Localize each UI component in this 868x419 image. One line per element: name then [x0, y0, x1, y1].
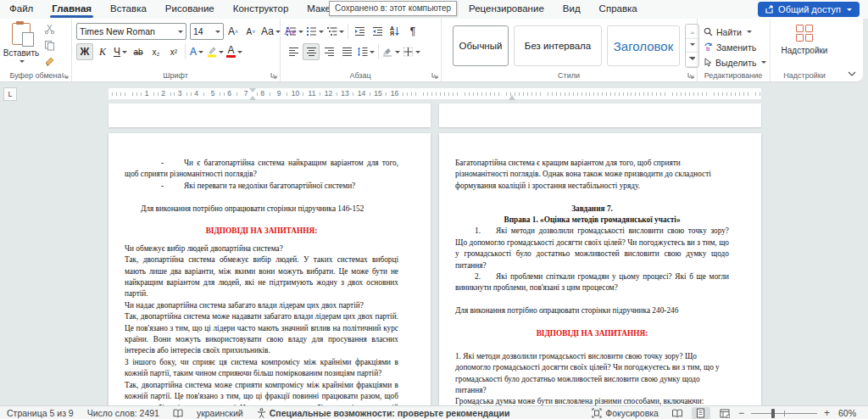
bullets-button[interactable] [285, 23, 304, 40]
group-addins: Надстройки Надстройки [770, 19, 839, 81]
superscript-button[interactable]: x² [165, 43, 182, 60]
underline-button[interactable]: Ч [112, 43, 129, 60]
word-count-status[interactable]: Число слов: 2491 [81, 406, 166, 419]
page-number-status[interactable]: Страница 5 из 9 [0, 406, 81, 419]
paragraph: Так, двопартійна система може сприяти ко… [125, 380, 398, 405]
document-canvas: -Чи є багатопартійна система найкращим в… [0, 101, 868, 405]
zoom-slider[interactable] [751, 407, 817, 419]
tab-insert[interactable]: Вставка [101, 0, 156, 19]
show-marks-button[interactable]: ¶ [404, 23, 421, 40]
tab-home[interactable]: Главная [42, 0, 101, 19]
select-button[interactable]: Выделить [704, 55, 766, 70]
focus-icon [592, 408, 602, 418]
text-effects-button[interactable]: А [188, 43, 205, 60]
tab-file[interactable]: Файл [0, 0, 42, 19]
style-no-spacing[interactable]: Без интервала [514, 25, 602, 66]
bold-button[interactable]: Ж [76, 43, 93, 60]
sort-button[interactable]: АЯ [387, 23, 403, 40]
paragraph: Чи надає двопартійна система забагато вл… [125, 300, 398, 311]
paragraph: Так, двопартійна система може надавати з… [125, 311, 398, 357]
borders-button[interactable] [402, 43, 421, 60]
font-name-combo[interactable]: Times New Roman [76, 23, 186, 40]
group-font: Times New Roman 14 А˄ А˅ Аа А Ж К Ч ab x… [71, 19, 281, 81]
italic-button[interactable]: К [94, 43, 111, 60]
proofing-status[interactable] [166, 406, 190, 419]
addins-button[interactable]: Надстройки [770, 25, 839, 55]
align-center-button[interactable] [303, 43, 320, 60]
zoom-slider-handle[interactable] [771, 409, 775, 418]
copy-button[interactable] [41, 38, 58, 53]
read-mode-button[interactable] [668, 407, 687, 419]
group-paragraph: АЯ ¶ Абзац [280, 19, 442, 81]
focus-mode-button[interactable]: Фокусировка [585, 406, 665, 419]
decrease-indent-button[interactable] [351, 23, 368, 40]
grow-font-button[interactable]: А˄ [225, 23, 242, 40]
right-indent-marker[interactable] [509, 92, 515, 100]
share-button[interactable]: Общий доступ [758, 2, 860, 17]
paragraph: -Які переваги та недоліки багатопартійно… [125, 181, 398, 192]
zoom-in-button[interactable]: + [822, 407, 832, 419]
cut-button[interactable] [41, 22, 58, 36]
tab-stop-selector[interactable]: L [3, 87, 17, 101]
replace-button[interactable]: b Заменить [704, 40, 756, 54]
format-painter-button[interactable] [41, 54, 58, 69]
line-spacing-button[interactable] [356, 43, 376, 60]
clipboard-dialog-launcher[interactable] [62, 72, 69, 79]
chevron-down-icon [847, 8, 852, 14]
document-page-right[interactable]: Багатопартійна система є кращим варіанто… [439, 133, 761, 405]
page-bottom-fragment-left [108, 103, 431, 127]
font-color-button[interactable]: А [225, 43, 243, 60]
style-heading[interactable]: Заголовок [607, 25, 680, 66]
align-right-button[interactable] [320, 43, 337, 60]
accessibility-icon [257, 408, 266, 418]
paragraph: -Чи є багатопартійна система найкращим в… [125, 158, 398, 181]
accessibility-status[interactable]: Специальные возможности: проверьте реком… [250, 406, 517, 419]
svg-text:b: b [706, 46, 709, 52]
collapse-ribbon-button[interactable] [848, 71, 856, 76]
save-location-tooltip: Сохранено в: этот компьютер [329, 1, 457, 16]
replace-icon: b [704, 42, 713, 52]
hanging-indent-marker[interactable] [249, 92, 256, 100]
font-size-combo[interactable]: 14 [190, 23, 224, 40]
subscript-button[interactable]: x₂ [147, 43, 164, 60]
paragraph: Громадська думка може бути висловлена рі… [455, 396, 729, 405]
tab-draw[interactable]: Рисование [156, 0, 224, 19]
increase-indent-button[interactable] [369, 23, 386, 40]
tab-design[interactable]: Конструктор [224, 0, 298, 19]
paragraph-dialog-launcher[interactable] [431, 72, 438, 79]
task-heading: Завдання 7. [455, 204, 729, 215]
proofing-book-icon [173, 409, 183, 418]
style-normal[interactable]: Обычный [453, 25, 509, 66]
tab-view[interactable]: Вид [554, 0, 590, 19]
find-button[interactable]: Найти [704, 25, 752, 39]
tab-help[interactable]: Справка [590, 0, 647, 19]
font-dialog-launcher[interactable] [270, 72, 277, 79]
print-layout-button[interactable] [692, 407, 710, 419]
language-status[interactable]: украинский [190, 406, 250, 419]
document-page-left[interactable]: -Чи є багатопартійна система найкращим в… [108, 133, 431, 405]
highlight-color-button[interactable] [206, 43, 225, 60]
numbering-button[interactable] [305, 23, 325, 40]
align-left-button[interactable] [285, 43, 302, 60]
tab-review[interactable]: Рецензирование [459, 0, 554, 19]
zoom-level[interactable]: 60% [832, 406, 868, 419]
shrink-font-button[interactable]: А˅ [242, 23, 259, 40]
web-layout-button[interactable] [715, 407, 734, 419]
change-case-button[interactable]: Аа [260, 23, 281, 40]
paste-button[interactable]: Вставить [7, 23, 36, 72]
paragraph: Для виконання потрібно опрацювати сторін… [125, 204, 398, 215]
chevron-down-icon [19, 60, 25, 65]
justify-button[interactable] [338, 43, 355, 60]
status-bar: Страница 5 из 9 Число слов: 2491 украинс… [0, 405, 868, 419]
exercise-heading: Вправа 1. «Оцінка методів громадянської … [455, 215, 729, 226]
multilevel-list-button[interactable] [326, 23, 345, 40]
ruler-band: L 12345678910111213141516 [0, 87, 868, 101]
ribbon: Вставить Буфер обмена Times New Roman 14… [0, 19, 863, 82]
styles-dialog-launcher[interactable] [687, 72, 694, 79]
paragraph: З іншого боку, чи сприяє ця система комп… [125, 357, 398, 380]
strikethrough-button[interactable]: ab [130, 43, 147, 60]
paragraph: Для виконання потрібно опрацювати сторін… [455, 305, 729, 316]
shading-button[interactable] [381, 43, 401, 60]
zoom-out-button[interactable]: − [737, 407, 746, 419]
paragraph: 1. Які методи дозволили громадськості ви… [455, 351, 729, 397]
